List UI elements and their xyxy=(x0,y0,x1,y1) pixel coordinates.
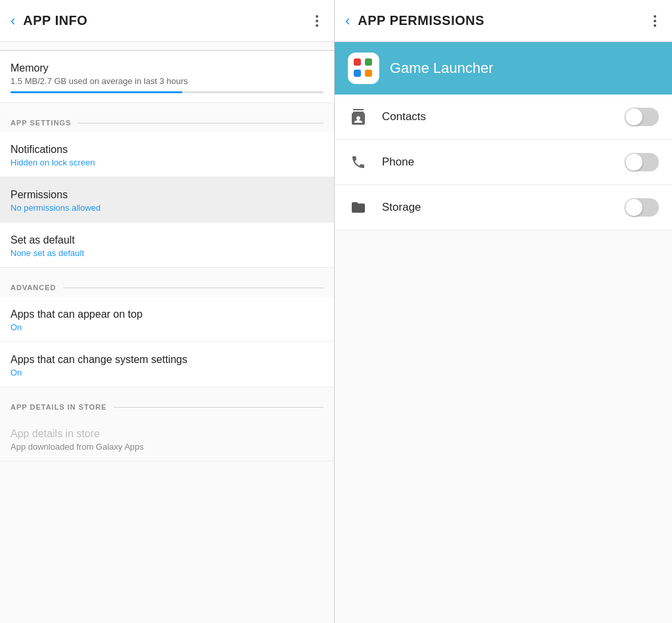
contacts-icon xyxy=(348,106,369,127)
left-panel: ‹ APP INFO Memory 1.5 MB/2.7 GB used on … xyxy=(0,0,335,623)
phone-icon xyxy=(348,152,369,173)
app-settings-divider: APP SETTINGS xyxy=(0,103,334,132)
phone-toggle-knob xyxy=(625,154,642,171)
permissions-title: Permissions xyxy=(10,189,324,201)
icon-dot-br xyxy=(365,70,372,77)
app-name: Game Launcher xyxy=(390,60,494,77)
app-icon-grid xyxy=(354,58,373,78)
memory-title: Memory xyxy=(10,62,324,74)
divider-line-3 xyxy=(114,407,324,408)
right-panel: ‹ APP PERMISSIONS Game Launcher xyxy=(335,0,672,623)
dot1 xyxy=(316,15,318,18)
storage-toggle[interactable] xyxy=(625,198,659,217)
store-item: App details in store App downloaded from… xyxy=(0,416,334,462)
left-header: ‹ APP INFO xyxy=(0,0,334,42)
left-content: Memory 1.5 MB/2.7 GB used on average in … xyxy=(0,42,334,623)
right-header: ‹ APP PERMISSIONS xyxy=(335,0,672,42)
icon-dot-tr xyxy=(365,58,372,66)
dot4 xyxy=(654,15,656,18)
memory-item: Memory 1.5 MB/2.7 GB used on average in … xyxy=(0,51,334,103)
right-more-button[interactable] xyxy=(648,12,662,30)
storage-label: Storage xyxy=(382,201,625,214)
memory-bar xyxy=(10,91,324,93)
store-label: APP DETAILS IN STORE xyxy=(10,403,107,411)
permissions-item[interactable]: Permissions No permissions allowed xyxy=(0,177,334,223)
apps-on-top-subtitle: On xyxy=(10,322,324,332)
icon-dot-bl xyxy=(354,70,361,77)
dot6 xyxy=(654,24,656,27)
divider-line-1 xyxy=(77,123,324,123)
store-item-subtitle: App downloaded from Galaxy Apps xyxy=(10,442,324,452)
memory-subtitle: 1.5 MB/2.7 GB used on average in last 3 … xyxy=(10,76,324,86)
apps-on-top-item[interactable]: Apps that can appear on top On xyxy=(0,297,334,342)
contacts-permission-item[interactable]: Contacts xyxy=(335,95,672,140)
dot2 xyxy=(316,20,318,22)
apps-change-settings-item[interactable]: Apps that can change system settings On xyxy=(0,342,334,387)
left-back-button[interactable]: ‹ xyxy=(10,12,15,30)
icon-dot-tl xyxy=(354,58,361,66)
app-header: Game Launcher xyxy=(335,42,672,95)
advanced-divider: ADVANCED xyxy=(0,268,334,297)
store-item-title: App details in store xyxy=(10,428,324,440)
notifications-title: Notifications xyxy=(10,144,324,156)
right-back-button[interactable]: ‹ xyxy=(345,12,350,30)
app-settings-label: APP SETTINGS xyxy=(10,119,71,127)
right-page-title: APP PERMISSIONS xyxy=(358,13,648,28)
phone-permission-item[interactable]: Phone xyxy=(335,140,672,185)
app-icon xyxy=(348,53,379,84)
storage-permission-item[interactable]: Storage xyxy=(335,185,672,230)
memory-bar-fill xyxy=(10,91,182,93)
contacts-toggle[interactable] xyxy=(625,108,659,126)
right-content: Game Launcher Contacts Phone xyxy=(335,42,672,623)
apps-on-top-title: Apps that can appear on top xyxy=(10,309,324,320)
set-as-default-title: Set as default xyxy=(10,234,324,246)
apps-change-settings-title: Apps that can change system settings xyxy=(10,354,324,366)
phone-toggle[interactable] xyxy=(625,153,659,171)
dot3 xyxy=(316,24,318,27)
notifications-item[interactable]: Notifications Hidden on lock screen xyxy=(0,132,334,177)
store-divider: APP DETAILS IN STORE xyxy=(0,387,334,416)
dot5 xyxy=(654,20,656,22)
left-page-title: APP INFO xyxy=(23,13,310,28)
storage-icon xyxy=(348,197,369,218)
permissions-subtitle: No permissions allowed xyxy=(10,203,324,213)
storage-toggle-knob xyxy=(625,199,642,216)
divider-line-2 xyxy=(63,288,324,288)
notifications-subtitle: Hidden on lock screen xyxy=(10,158,324,167)
contacts-toggle-knob xyxy=(625,108,642,125)
set-as-default-item[interactable]: Set as default None set as default xyxy=(0,223,334,268)
left-more-button[interactable] xyxy=(310,12,324,30)
contacts-label: Contacts xyxy=(382,110,625,123)
apps-change-settings-subtitle: On xyxy=(10,368,324,377)
advanced-label: ADVANCED xyxy=(10,284,56,291)
set-as-default-subtitle: None set as default xyxy=(10,248,324,258)
phone-label: Phone xyxy=(382,156,625,169)
